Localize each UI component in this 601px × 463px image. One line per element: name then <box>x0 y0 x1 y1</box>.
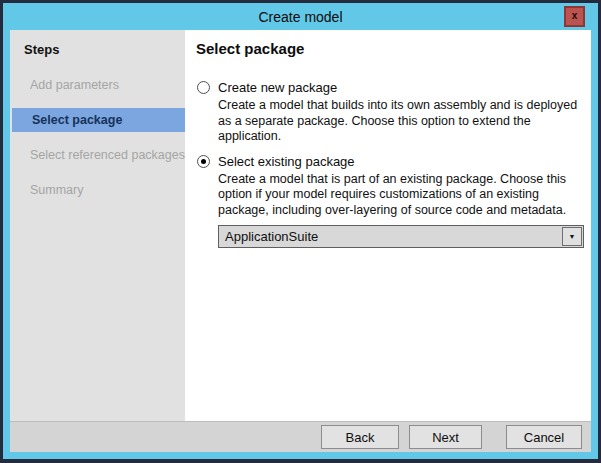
dropdown-toggle-button[interactable]: ▼ <box>562 227 582 246</box>
close-button[interactable]: x <box>564 6 585 27</box>
titlebar[interactable]: Create model x <box>3 3 598 30</box>
next-button[interactable]: Next <box>409 425 482 449</box>
window-title: Create model <box>258 9 342 25</box>
option-description: Create a model that is part of an existi… <box>218 172 590 219</box>
steps-heading: Steps <box>10 40 185 59</box>
option-description: Create a model that builds into its own … <box>218 98 590 145</box>
page-title: Select package <box>196 40 591 57</box>
option-label[interactable]: Select existing package <box>218 154 355 169</box>
sidebar-item-select-referenced-packages[interactable]: Select referenced packages <box>10 143 185 167</box>
cancel-button[interactable]: Cancel <box>506 425 582 449</box>
option-select-existing-package[interactable]: Select existing package <box>197 154 591 169</box>
sidebar-item-add-parameters[interactable]: Add parameters <box>10 73 185 97</box>
option-create-new-package[interactable]: Create new package <box>197 80 591 95</box>
dialog-window: Create model x Steps Add parameters Sele… <box>3 3 598 459</box>
sidebar-item-select-package[interactable]: Select package <box>12 108 185 132</box>
option-label[interactable]: Create new package <box>218 80 337 95</box>
package-dropdown[interactable]: ApplicationSuite ▼ <box>218 225 584 248</box>
sidebar-item-label: Summary <box>30 183 83 197</box>
sidebar-item-label: Add parameters <box>30 78 119 92</box>
steps-sidebar: Steps Add parameters Select package Sele… <box>10 30 185 421</box>
radio-create-new-package[interactable] <box>197 81 210 94</box>
dialog-body: Steps Add parameters Select package Sele… <box>10 30 591 452</box>
package-dropdown-value: ApplicationSuite <box>219 226 583 247</box>
close-icon: x <box>572 11 578 21</box>
sidebar-item-summary[interactable]: Summary <box>10 178 185 202</box>
step-content: Select package Create new package Create… <box>185 30 591 421</box>
chevron-down-icon: ▼ <box>569 233 576 240</box>
sidebar-item-label: Select package <box>32 113 122 127</box>
back-button[interactable]: Back <box>321 425 399 449</box>
sidebar-item-label: Select referenced packages <box>30 148 185 162</box>
radio-select-existing-package[interactable] <box>197 155 210 168</box>
dialog-footer: Back Next Cancel <box>10 421 591 452</box>
